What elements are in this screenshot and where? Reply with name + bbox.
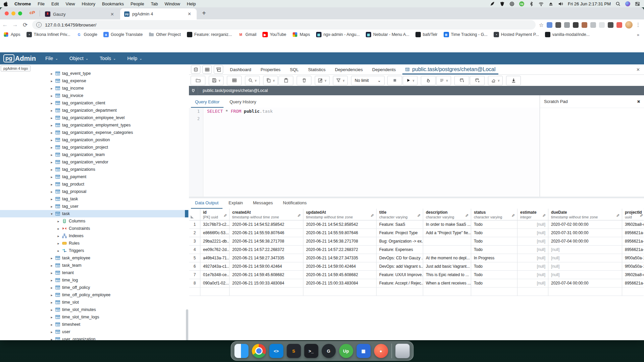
- chevron-right-icon[interactable]: ▸: [50, 190, 54, 194]
- pgadmin-menu-tools[interactable]: Tools⌄: [100, 56, 116, 61]
- tab-notifications[interactable]: Notifications: [279, 200, 311, 209]
- column-header-dueDate[interactable]: dueDatetimestamp without time zone✎: [548, 209, 622, 220]
- open-file-button[interactable]: [191, 76, 205, 85]
- cell[interactable]: 2020-07-31 00:00:00: [548, 229, 622, 237]
- close-tab-icon[interactable]: ✕: [109, 11, 115, 17]
- menubar-menu-tab[interactable]: Tab: [147, 1, 161, 6]
- cell[interactable]: [null]: [517, 246, 548, 254]
- cell[interactable]: ee09c762-2d...: [200, 246, 230, 254]
- extension-icon[interactable]: [582, 22, 587, 28]
- tree-item-tag_income[interactable]: ▸tag_income: [0, 85, 189, 92]
- menubar-menu-file[interactable]: File: [34, 1, 48, 6]
- object-explorer-toggle-button[interactable]: [191, 65, 200, 74]
- tree-item-columns[interactable]: ▸Columns: [0, 217, 189, 225]
- sidebar-scrollbar[interactable]: [186, 309, 188, 340]
- bookmark-star-icon[interactable]: ☆: [539, 22, 544, 28]
- cell[interactable]: 9f00a50a-1...: [622, 254, 644, 262]
- eject-icon[interactable]: [548, 1, 553, 6]
- tab-sql[interactable]: SQL: [290, 67, 299, 72]
- row-limit-select[interactable]: No limit⌄: [351, 76, 385, 85]
- tab-dependents[interactable]: Dependents: [372, 67, 396, 72]
- tree-item-triggers[interactable]: ▸Triggers: [0, 247, 189, 254]
- edit-button[interactable]: ∨: [315, 76, 330, 85]
- dark-app-icon[interactable]: [500, 1, 505, 6]
- chevron-right-icon[interactable]: ▸: [50, 131, 54, 135]
- menubar-menu-people[interactable]: People: [127, 1, 147, 6]
- github-desktop-icon[interactable]: G: [321, 344, 336, 358]
- chevron-right-icon[interactable]: ▸: [50, 94, 54, 98]
- filtered-rows-button[interactable]: [214, 65, 223, 74]
- chevron-right-icon[interactable]: ▸: [50, 256, 54, 260]
- siri-icon[interactable]: [625, 1, 630, 6]
- download-results-button[interactable]: [506, 76, 521, 85]
- cell[interactable]: 090a0cf1-02...: [200, 279, 230, 288]
- tab-data-output[interactable]: Data Output: [191, 200, 222, 209]
- cell[interactable]: 01e7b348-ce...: [200, 271, 230, 279]
- cell[interactable]: Feature: SaaS: [377, 220, 423, 229]
- tree-item-tag_organization_position[interactable]: ▸tag_organization_position: [0, 136, 189, 144]
- extension-icon[interactable]: [555, 22, 561, 28]
- tree-item-tag_organization_team[interactable]: ▸tag_organization_team: [0, 151, 189, 158]
- extension-icon[interactable]: [590, 22, 596, 28]
- bookmark-item[interactable]: aGoogle Translate: [103, 32, 143, 37]
- up-status-badge[interactable]: Up: [519, 1, 524, 6]
- tree-item-tag_organization_client[interactable]: ▸tag_organization_client: [0, 99, 189, 107]
- cell[interactable]: Feature: Expenses: [377, 246, 423, 254]
- cell[interactable]: [423, 237, 471, 246]
- remote-app-icon[interactable]: ▦: [356, 344, 370, 358]
- tab-query-history[interactable]: Query History: [226, 99, 260, 108]
- wifi-icon[interactable]: [539, 1, 544, 6]
- edit-column-icon[interactable]: ✎: [224, 213, 227, 218]
- terminal-icon[interactable]: >_: [304, 344, 318, 358]
- cell[interactable]: 2020-06-21 14:54:52.858542: [230, 220, 303, 229]
- tab-explain[interactable]: Explain: [225, 200, 247, 209]
- profile-avatar[interactable]: [625, 21, 633, 29]
- cell[interactable]: When a client receives ...: [423, 279, 471, 288]
- empty-cell[interactable]: [230, 288, 303, 296]
- sql-editor[interactable]: 12 SELECT * FROM public.task: [189, 108, 540, 197]
- tree-item-time_off_policy_employee[interactable]: ▸time_off_policy_employee: [0, 291, 189, 299]
- cancel-query-button[interactable]: [387, 76, 402, 85]
- bookmark-item[interactable]: ≣Time Tracking - G...: [444, 32, 488, 37]
- bookmark-item[interactable]: Apps: [3, 32, 20, 37]
- view-data-button[interactable]: [202, 65, 212, 74]
- extension-icon[interactable]: [573, 22, 579, 28]
- minimize-window-button[interactable]: [11, 11, 15, 15]
- clear-button[interactable]: ∨: [488, 76, 503, 85]
- cell[interactable]: 8956621a-2...: [622, 279, 644, 288]
- menubar-app-name[interactable]: Chrome: [11, 1, 34, 6]
- chevron-right-icon[interactable]: ▸: [50, 138, 54, 142]
- bookmark-item[interactable]: MGmail: [238, 32, 256, 37]
- row-number[interactable]: 5: [189, 254, 200, 262]
- tree-item-tag_organization_employment_types[interactable]: ▸tag_organization_employment_types: [0, 121, 189, 129]
- cell[interactable]: 2020-06-21 14:57:22.268372: [303, 246, 377, 254]
- column-header-projectId[interactable]: projectIduuid✎: [622, 209, 644, 220]
- bookmark-item[interactable]: ▦ngx-admin - Angu...: [316, 32, 360, 37]
- pen-icon[interactable]: [490, 1, 495, 6]
- extension-icon[interactable]: [547, 22, 552, 28]
- site-info-icon[interactable]: i: [36, 22, 42, 28]
- paste-button[interactable]: [279, 76, 293, 85]
- chevron-right-icon[interactable]: ▸: [50, 205, 54, 208]
- cell[interactable]: 2020-06-21 14:55:59.807646: [303, 229, 377, 237]
- cell[interactable]: 3f602ba8-c...: [622, 220, 644, 229]
- tree-item-indexes[interactable]: ▸Indexes: [0, 232, 189, 240]
- cell[interactable]: e8666f0c-53...: [200, 229, 230, 237]
- cell[interactable]: [null]: [517, 237, 548, 246]
- row-number[interactable]: 6: [189, 262, 200, 271]
- chevron-right-icon[interactable]: ▸: [50, 175, 54, 179]
- close-panel-icon[interactable]: ✕: [636, 67, 640, 72]
- tab-statistics[interactable]: Statistics: [308, 67, 326, 72]
- cell[interactable]: Todo: [471, 229, 517, 237]
- bookmark-item[interactable]: ◔Tikona Infinet Priv...: [27, 32, 70, 37]
- chevron-right-icon[interactable]: ▸: [50, 330, 54, 334]
- tree-item-tag_proposal[interactable]: ▸tag_proposal: [0, 188, 189, 195]
- cell[interactable]: Todo: [471, 237, 517, 246]
- chevron-right-icon[interactable]: ▸: [56, 242, 60, 245]
- cell[interactable]: 8956621a-2...: [622, 237, 644, 246]
- cell[interactable]: Feature: UX/UI Improve...: [377, 271, 423, 279]
- bookmark-item[interactable]: ◔Hosted Payment P...: [494, 32, 539, 37]
- column-header-createdAt[interactable]: createdAttimestamp without time zone✎: [230, 209, 303, 220]
- find-button[interactable]: ∨: [245, 76, 260, 85]
- tree-item-time_off_policy[interactable]: ▸time_off_policy: [0, 284, 189, 291]
